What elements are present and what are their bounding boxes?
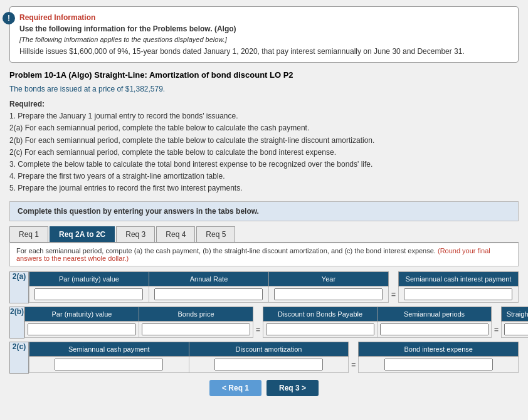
- required-label: Required:: [9, 100, 45, 108]
- 2c-input-interest[interactable]: [359, 357, 519, 373]
- bottom-nav: < Req 1 Req 3 >: [9, 380, 519, 396]
- 2c-header-cash: Semiannual cash payment: [29, 342, 189, 357]
- section-2c-outer: 2(c) Semiannual cash payment Discount am…: [9, 342, 519, 374]
- tab-req2a-2c[interactable]: Req 2A to 2C: [50, 226, 115, 242]
- 2c-header-interest: Bond interest expense: [359, 342, 519, 357]
- 2a-input-payment[interactable]: [398, 286, 518, 303]
- 2a-equals: =: [388, 286, 398, 303]
- 2b-input-periods-field[interactable]: [380, 323, 488, 335]
- 2b-input-slda-field[interactable]: [504, 323, 528, 335]
- required-section: Required: 1. Prepare the January 1 journ…: [9, 98, 519, 195]
- section-2a-table: Par (maturity) value Annual Rate Year Se…: [29, 271, 519, 303]
- section-2a-label: 2(a): [10, 271, 29, 303]
- 2a-input-par-field[interactable]: [34, 288, 143, 300]
- 2c-input-discount-field[interactable]: [214, 359, 323, 370]
- 2b-equals1: =: [253, 322, 263, 338]
- 2b-input-par-field[interactable]: [28, 323, 136, 335]
- 2b-header-bonds-price: Bonds price: [139, 307, 253, 322]
- 2b-input-discount[interactable]: [263, 322, 378, 338]
- bonds-issued-text: The bonds are issued at a price of $1,38…: [9, 85, 519, 93]
- 2b-input-par[interactable]: [25, 322, 139, 338]
- req-item-3: 3. Complete the below table to calculate…: [9, 160, 372, 169]
- req-item-4: 4. Prepare the first two years of a stra…: [9, 172, 225, 181]
- required-info-box: ! Required Information Use the following…: [9, 6, 519, 63]
- required-info-bold: Use the following information for the Pr…: [19, 24, 509, 33]
- required-info-italic: [The following information applies to th…: [19, 36, 509, 43]
- 2b-input-periods[interactable]: [378, 322, 492, 338]
- info-note: For each semiannual period, compute (a) …: [9, 243, 519, 266]
- 2a-input-par[interactable]: [29, 286, 149, 303]
- tab-req3[interactable]: Req 3: [116, 226, 155, 242]
- 2b-input-bonds-price[interactable]: [139, 322, 253, 338]
- 2a-input-rate[interactable]: [149, 286, 268, 303]
- req-item-2a: 2(a) For each semiannual period, complet…: [9, 123, 309, 132]
- 2a-header-year: Year: [268, 272, 388, 286]
- section-2a-outer: 2(a) Par (maturity) value Annual Rate Ye…: [9, 271, 519, 303]
- 2a-header-rate: Annual Rate: [149, 272, 268, 286]
- req-item-1: 1. Prepare the January 1 journal entry t…: [9, 112, 238, 120]
- 2c-input-discount[interactable]: [189, 357, 349, 373]
- problem-title: Problem 10-1A (Algo) Straight-Line: Amor…: [9, 70, 519, 80]
- info-note-text: For each semiannual period, compute (a) …: [16, 247, 438, 255]
- section-2b-label: 2(b): [10, 307, 24, 338]
- next-button[interactable]: Req 3 >: [267, 380, 319, 396]
- required-info-title: Required Information: [19, 13, 509, 22]
- 2b-equals2: =: [492, 322, 502, 338]
- 2a-input-payment-field[interactable]: [404, 288, 512, 300]
- req-item-2b: 2(b) For each semiannual period, complet…: [9, 136, 374, 145]
- tab-req1[interactable]: Req 1: [9, 226, 48, 242]
- section-2b-outer: 2(b) Par (maturity) value Bonds price Di…: [9, 307, 528, 339]
- tab-req5[interactable]: Req 5: [196, 226, 235, 242]
- req-item-5: 5. Prepare the journal entries to record…: [9, 184, 243, 192]
- 2b-input-discount-field[interactable]: [266, 323, 374, 335]
- 2b-input-bonds-price-field[interactable]: [142, 323, 250, 335]
- complete-question-box: Complete this question by entering your …: [9, 201, 519, 221]
- section-2c-table: Semiannual cash payment Discount amortiz…: [29, 342, 519, 373]
- 2c-equals: =: [349, 357, 359, 373]
- 2b-input-slda[interactable]: [502, 322, 528, 338]
- info-icon: !: [3, 12, 15, 24]
- tabs-row: Req 1 Req 2A to 2C Req 3 Req 4 Req 5: [9, 226, 519, 243]
- section-2c-label: 2(c): [10, 342, 29, 373]
- 2a-header-semiannual: Semiannual cash interest payment: [398, 272, 518, 286]
- tab-req4[interactable]: Req 4: [156, 226, 195, 242]
- prev-button[interactable]: < Req 1: [209, 380, 261, 396]
- req-item-2c: 2(c) For each semiannual period, complet…: [9, 148, 336, 157]
- 2a-input-rate-field[interactable]: [154, 288, 263, 300]
- 2a-header-par: Par (maturity) value: [29, 272, 149, 286]
- 2c-header-discount: Discount amortization: [189, 342, 349, 357]
- required-info-description: Hillside issues $1,600,000 of 9%, 15-yea…: [19, 47, 509, 56]
- 2c-input-cash-field[interactable]: [55, 359, 163, 370]
- 2b-header-discount: Discount on Bonds Payable: [263, 307, 378, 322]
- 2a-input-year-field[interactable]: [274, 288, 383, 300]
- 2a-input-year[interactable]: [268, 286, 388, 303]
- 2b-header-slda: Straight-line discount amortization: [502, 307, 528, 322]
- 2b-header-par: Par (maturity) value: [25, 307, 139, 322]
- 2b-header-periods: Semiannual periods: [378, 307, 492, 322]
- section-2b-table: Par (maturity) value Bonds price Discoun…: [24, 307, 528, 338]
- 2c-input-interest-field[interactable]: [384, 359, 493, 370]
- 2c-input-cash[interactable]: [29, 357, 189, 373]
